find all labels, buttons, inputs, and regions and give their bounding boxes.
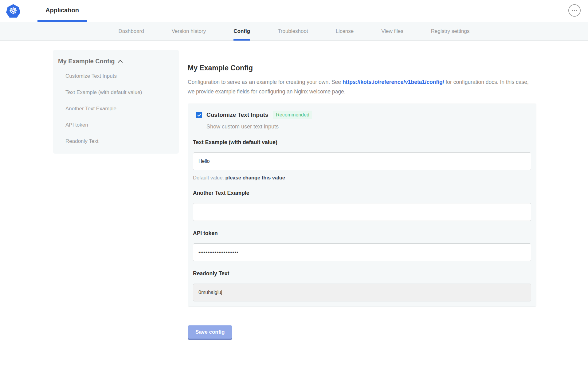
- another-text-example-label: Another Text Example: [193, 190, 531, 196]
- another-text-example-input[interactable]: [193, 203, 531, 221]
- tab-version-history[interactable]: Version history: [172, 22, 206, 41]
- config-form-section: Customize Text Inputs Recommended Show c…: [188, 104, 536, 307]
- config-docs-link[interactable]: https://kots.io/reference/v1beta1/config…: [343, 79, 444, 85]
- tab-troubleshoot[interactable]: Troubleshoot: [278, 22, 308, 41]
- sidebar-group-title: My Example Config: [58, 58, 115, 65]
- kubernetes-helm-icon: ☸: [6, 4, 20, 18]
- recommended-badge: Recommended: [273, 111, 312, 119]
- sidebar-item-api-token[interactable]: API token: [58, 122, 174, 128]
- tab-config[interactable]: Config: [233, 22, 250, 41]
- ellipsis-menu-button[interactable]: [568, 4, 581, 17]
- default-hint-value: please change this value: [225, 175, 285, 180]
- config-main: My Example Config Configuration to serve…: [188, 50, 536, 339]
- customize-text-inputs-row: Customize Text Inputs Recommended: [193, 111, 531, 119]
- sidebar-item-customize-text-inputs[interactable]: Customize Text Inputs: [58, 73, 174, 79]
- save-config-button[interactable]: Save config: [188, 325, 232, 339]
- sidebar-item-readonly-text[interactable]: Readonly Text: [58, 138, 174, 144]
- api-token-input[interactable]: [193, 243, 531, 261]
- tab-dashboard[interactable]: Dashboard: [119, 22, 144, 41]
- default-hint-prefix: Default value:: [193, 175, 225, 180]
- logo-wrap: ☸: [6, 0, 20, 22]
- sidebar-item-another-text-example[interactable]: Another Text Example: [58, 106, 174, 112]
- content-area: My Example Config Customize Text Inputs …: [53, 50, 588, 375]
- ellipsis-circle-icon: [572, 10, 577, 11]
- chevron-up-icon: [118, 60, 123, 63]
- config-groups-sidebar: My Example Config Customize Text Inputs …: [53, 50, 179, 154]
- app-tab-label: Application: [45, 7, 79, 14]
- text-example-label: Text Example (with default value): [193, 139, 531, 146]
- sidebar-item-text-example[interactable]: Text Example (with default value): [58, 89, 174, 96]
- sidebar-group-header[interactable]: My Example Config: [58, 58, 174, 65]
- description-text-before: Configuration to serve as an example for…: [188, 79, 343, 85]
- customize-text-inputs-help: Show custom user text inputs: [206, 124, 531, 130]
- text-example-default-hint: Default value: please change this value: [193, 175, 531, 181]
- sidebar-item-list: Customize Text Inputs Text Example (with…: [58, 73, 174, 144]
- config-description: Configuration to serve as an example for…: [188, 77, 536, 96]
- tab-application[interactable]: Application: [37, 0, 87, 22]
- readonly-text-input: [193, 284, 531, 301]
- tab-view-files[interactable]: View files: [381, 22, 403, 41]
- readonly-text-label: Readonly Text: [193, 270, 531, 277]
- checkmark-icon: [197, 113, 201, 117]
- app-subnav: Dashboard Version history Config Trouble…: [0, 22, 588, 41]
- app-header: ☸ Application: [0, 0, 588, 22]
- page-title: My Example Config: [188, 64, 536, 72]
- customize-text-inputs-label[interactable]: Customize Text Inputs: [206, 112, 268, 118]
- tab-registry-settings[interactable]: Registry settings: [431, 22, 470, 41]
- customize-text-inputs-checkbox[interactable]: [196, 112, 202, 118]
- api-token-label: API token: [193, 230, 531, 237]
- kots-admin-config-page: ☸ Application Dashboard Version history …: [0, 0, 588, 375]
- text-example-input[interactable]: [193, 152, 531, 170]
- tab-license[interactable]: License: [336, 22, 354, 41]
